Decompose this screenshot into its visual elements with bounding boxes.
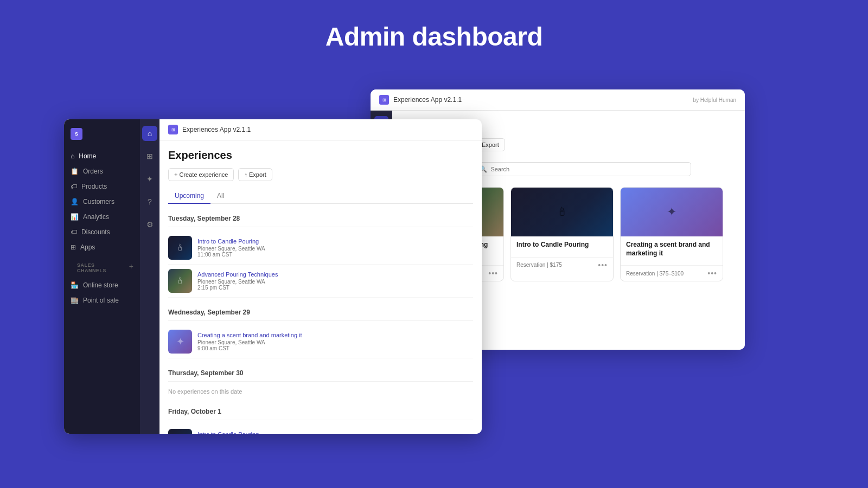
front-create-btn[interactable]: + Create experience xyxy=(168,168,234,181)
card-scent-brand-footer: Reservation | $75–$100 ••• xyxy=(621,265,723,281)
event-intro-info: Intro to Candle Pouring Pioneer Square, … xyxy=(197,238,473,258)
event-intro-oct1a: 🕯 Intro to Candle Pouring Pioneer Square… xyxy=(168,425,473,434)
back-by-label: by Helpful Human xyxy=(693,97,736,103)
front-content-title: Experiences xyxy=(168,149,473,162)
back-window-header: ⊞ Experiences App v2.1.1 by Helpful Huma… xyxy=(371,89,745,111)
card-intro-candle: 🕯 Intro to Candle Pouring Reservation | … xyxy=(510,187,614,281)
event-advanced-location: Pioneer Square, Seattle WA xyxy=(197,279,473,285)
sidebar-apps-label: Apps xyxy=(80,243,95,251)
sidebar-item-apps[interactable]: ⊞ Apps xyxy=(64,240,140,255)
date-oct1: Friday, October 1 xyxy=(168,404,473,420)
event-intro-time: 11:00 am CST xyxy=(197,252,473,258)
front-toolbar: + Create experience ↑ Export xyxy=(168,168,473,181)
app-settings-icon-btn[interactable]: ⚙ xyxy=(142,217,157,232)
pos-icon: 🏬 xyxy=(71,297,79,304)
sidebar-item-discounts[interactable]: 🏷 Discounts xyxy=(64,224,140,240)
date-group-sep30: Thursday, September 30 No experiences on… xyxy=(168,366,473,397)
sidebar-pos-label: Point of sale xyxy=(83,297,119,304)
sidebar-orders-label: Orders xyxy=(83,168,103,175)
sidebar-customers-label: Customers xyxy=(83,198,114,206)
back-header-left: ⊞ Experiences App v2.1.1 xyxy=(379,95,462,105)
event-intro-oct1a-thumb: 🕯 xyxy=(168,429,192,434)
back-search-box[interactable]: 🔍 xyxy=(474,162,691,176)
sidebar-discounts-label: Discounts xyxy=(81,228,110,236)
sidebar-item-home[interactable]: ⌂ Home xyxy=(64,149,140,164)
event-scent-sep29: ✦ Creating a scent brand and marketing i… xyxy=(168,325,473,358)
event-intro-sep28: 🕯 Intro to Candle Pouring Pioneer Square… xyxy=(168,232,473,265)
back-app-icon: ⊞ xyxy=(379,95,389,105)
sales-channels-label: SALES CHANNELS xyxy=(71,257,129,275)
logo-icon: S xyxy=(71,128,82,140)
event-advanced-title[interactable]: Advanced Pouring Techniques xyxy=(197,271,473,278)
home-icon: ⌂ xyxy=(71,152,74,160)
event-intro-oct1a-title[interactable]: Intro to Candle Pouring xyxy=(197,431,375,434)
sidebar-item-online-store[interactable]: 🏪 Online store xyxy=(64,278,140,293)
sidebar-item-customers[interactable]: 👤 Customers xyxy=(64,194,140,209)
front-export-btn[interactable]: ↑ Export xyxy=(238,168,272,181)
event-scent-title[interactable]: Creating a scent brand and marketing it xyxy=(197,332,473,338)
tab-all[interactable]: All xyxy=(210,189,231,204)
event-intro-title[interactable]: Intro to Candle Pouring xyxy=(197,238,473,245)
card-intro-candle-title: Intro to Candle Pouring xyxy=(516,241,608,249)
no-experiences-sep30: No experiences on this date xyxy=(168,386,473,397)
orders-icon: 📋 xyxy=(71,168,79,175)
date-sep30: Thursday, September 30 xyxy=(168,366,473,382)
event-advanced-info: Advanced Pouring Techniques Pioneer Squa… xyxy=(197,271,473,291)
sidebar-analytics-label: Analytics xyxy=(83,213,109,221)
card-scent-brand-img: ✦ xyxy=(621,188,723,236)
sidebar-item-orders[interactable]: 📋 Orders xyxy=(64,164,140,179)
page-title: Admin dashboard xyxy=(0,0,868,52)
app-icon-sidebar: ⌂ ⊞ ✦ ? ⚙ xyxy=(140,119,159,434)
card-intro-candle-meta: Reservation | $175 xyxy=(516,262,562,268)
date-group-sep28: Tuesday, September 28 🕯 Intro to Candle … xyxy=(168,211,473,298)
date-group-sep29: Wednesday, September 29 ✦ Creating a sce… xyxy=(168,305,473,358)
event-advanced-thumb: 🕯 xyxy=(168,269,192,293)
event-scent-info: Creating a scent brand and marketing it … xyxy=(197,332,473,351)
front-app-icon: ⊞ xyxy=(168,125,178,134)
back-app-name: Experiences App v2.1.1 xyxy=(393,96,462,104)
app-bulb-icon-btn[interactable]: ✦ xyxy=(142,171,157,187)
app-grid-icon-btn[interactable]: ⊞ xyxy=(142,149,157,164)
app-home-icon-btn[interactable]: ⌂ xyxy=(142,126,157,141)
card-scent-brand-meta: Reservation | $75–$100 xyxy=(626,271,684,277)
card-scent-brand: ✦ Creating a scent brand and marketing i… xyxy=(620,187,723,281)
event-advanced-sep28: 🕯 Advanced Pouring Techniques Pioneer Sq… xyxy=(168,265,473,298)
date-sep28: Tuesday, September 28 xyxy=(168,211,473,227)
front-tabs: Upcoming All xyxy=(168,189,473,204)
customers-icon: 👤 xyxy=(71,198,79,206)
front-app-header: ⊞ Experiences App v2.1.1 xyxy=(159,119,482,140)
event-scent-time: 9:00 am CST xyxy=(197,345,473,351)
front-content-body: Experiences + Create experience ↑ Export… xyxy=(159,140,482,434)
front-header-left: ⊞ Experiences App v2.1.1 xyxy=(168,125,251,134)
event-intro-oct1a-info: Intro to Candle Pouring Pioneer Square, … xyxy=(197,431,375,434)
sidebar-item-products[interactable]: 🏷 Products xyxy=(64,179,140,194)
date-sep29: Wednesday, September 29 xyxy=(168,305,473,321)
app-help-icon-btn[interactable]: ? xyxy=(142,194,157,209)
event-advanced-time: 2:15 pm CST xyxy=(197,285,473,291)
card-scent-brand-dots[interactable]: ••• xyxy=(707,269,717,278)
sidebar-item-pos[interactable]: 🏬 Point of sale xyxy=(64,293,140,308)
discounts-icon: 🏷 xyxy=(71,228,77,236)
card-advanced-candle-dots[interactable]: ••• xyxy=(488,269,498,278)
front-app-name: Experiences App v2.1.1 xyxy=(182,126,251,133)
event-scent-location: Pioneer Square, Seattle WA xyxy=(197,339,473,345)
card-scent-brand-title: Creating a scent brand and marketing it xyxy=(626,241,717,258)
apps-icon: ⊞ xyxy=(71,243,76,251)
sidebar-sales-channels-header: SALES CHANNELS + xyxy=(64,255,140,278)
card-intro-candle-img: 🕯 xyxy=(511,188,613,236)
event-intro-thumb: 🕯 xyxy=(168,236,192,260)
event-intro-location: Pioneer Square, Seattle WA xyxy=(197,246,473,252)
event-scent-thumb: ✦ xyxy=(168,330,192,354)
sidebar-products-label: Products xyxy=(81,183,107,190)
tab-upcoming[interactable]: Upcoming xyxy=(168,189,210,204)
card-intro-candle-footer: Reservation | $175 ••• xyxy=(511,257,613,273)
sidebar-home-label: Home xyxy=(79,152,96,160)
front-window: S ⌂ Home 📋 Orders 🏷 Products 👤 Customers… xyxy=(64,119,482,434)
sidebar-item-analytics[interactable]: 📊 Analytics xyxy=(64,209,140,224)
products-icon: 🏷 xyxy=(71,183,77,190)
sidebar-online-store-label: Online store xyxy=(83,281,118,289)
back-search-input[interactable] xyxy=(490,166,686,172)
card-intro-candle-dots[interactable]: ••• xyxy=(598,261,608,269)
card-scent-brand-body: Creating a scent brand and marketing it xyxy=(621,236,723,265)
add-channel-icon[interactable]: + xyxy=(129,262,133,271)
